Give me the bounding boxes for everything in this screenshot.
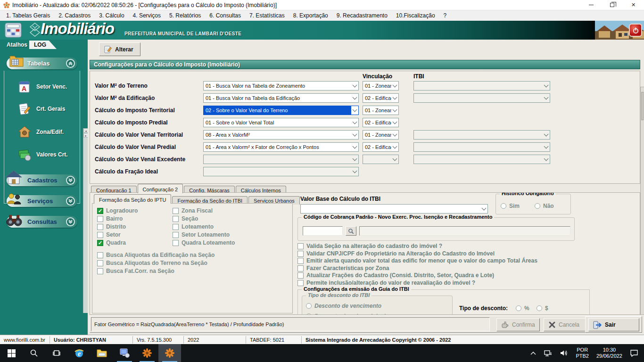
checkbox-setor-loteamento[interactable] bbox=[173, 232, 179, 238]
combo-venal-territorial[interactable]: 08 - Area x ValorM² bbox=[203, 130, 359, 140]
menu-fiscalizacao[interactable]: 10.Fiscalização bbox=[392, 10, 439, 21]
minimize-button[interactable] bbox=[580, 0, 602, 10]
internet-explorer-button[interactable]: e bbox=[68, 344, 91, 362]
checkbox-permite-reavaliacao[interactable] bbox=[297, 280, 304, 286]
combo-imposto-predial[interactable]: 01 - Sobre o Valor Venal Total bbox=[203, 118, 359, 127]
combo-vinculacao-0[interactable]: 01 - Zoneamento bbox=[363, 81, 399, 90]
menu-tabelas-gerais[interactable]: 1. Tabelas Gerais bbox=[2, 10, 54, 21]
start-button[interactable] bbox=[0, 344, 23, 362]
task-view-button[interactable] bbox=[45, 344, 68, 362]
fiorilli-imobiliario-button[interactable] bbox=[158, 344, 181, 362]
checkbox-quadra-loteamento[interactable] bbox=[173, 240, 179, 246]
confirma-button[interactable]: Confirma bbox=[496, 318, 540, 331]
menu-servicos[interactable]: 4. Serviços bbox=[129, 10, 165, 21]
sidebar-item-crt-gerais[interactable]: Crt. Gerais bbox=[4, 99, 80, 118]
close-button[interactable]: ✕ bbox=[623, 0, 644, 10]
radio-desconto-vencimento[interactable] bbox=[306, 303, 312, 309]
checkbox-zona-fiscal[interactable] bbox=[173, 208, 179, 214]
checkbox-distrito[interactable] bbox=[97, 224, 103, 230]
menu-recadastramento[interactable]: 9. Recadastramento bbox=[332, 10, 392, 21]
menu-estatisticas[interactable]: 7. Estatísticas bbox=[245, 10, 289, 21]
tab-configuracao-2[interactable]: Configuração 2 bbox=[138, 184, 183, 193]
menu-cadastros[interactable]: 2. Cadastros bbox=[54, 10, 95, 21]
combo-vinculacao-1[interactable]: 02 - Edificação bbox=[363, 93, 399, 103]
combo-imposto-territorial[interactable]: 02 - Sobre o Valor Venal do Terreno bbox=[203, 106, 359, 115]
sidebar-item-zona-edif[interactable]: Zona/Edif. bbox=[4, 123, 80, 141]
checkbox-bairro[interactable] bbox=[97, 216, 103, 222]
combo-itbi-5[interactable] bbox=[413, 142, 550, 152]
language-indicator[interactable]: PORPTB2 bbox=[573, 344, 592, 362]
notification-center-icon[interactable] bbox=[627, 344, 641, 362]
fiorilli-app-button[interactable] bbox=[136, 344, 158, 362]
radio-desconto-valor-original[interactable] bbox=[306, 313, 312, 315]
checkbox-valida-secao[interactable] bbox=[297, 243, 304, 249]
restore-button[interactable] bbox=[602, 0, 623, 10]
combo-vinculacao-4[interactable]: 01 - Zoneamento bbox=[363, 130, 399, 140]
menu-relatorios[interactable]: 5. Relatórios bbox=[165, 10, 205, 21]
menu-help[interactable]: ? bbox=[439, 10, 451, 21]
sidebar-item-setor-venc[interactable]: A Setor Venc. bbox=[4, 77, 80, 96]
tab-formacao-secao-iptu[interactable]: Formação da Seção do IPTU bbox=[94, 194, 171, 204]
combo-vinculacao-2[interactable]: 01 - Zoneamento bbox=[363, 106, 399, 115]
combo-venal-predial[interactable]: 01 - Area x Valorm² x Fator de Correção … bbox=[203, 142, 359, 152]
window-title: Imobiliário - Atualizado dia: 02/06/2022… bbox=[12, 2, 277, 8]
collapse-chevron-icon[interactable] bbox=[66, 59, 75, 68]
checkbox-quadra[interactable] bbox=[97, 240, 103, 246]
speaker-icon[interactable] bbox=[557, 344, 571, 362]
tray-chevron-up-icon[interactable] bbox=[528, 344, 539, 362]
combo-itbi-4[interactable] bbox=[413, 130, 550, 140]
menu-exportacao[interactable]: 8. Exportação bbox=[289, 10, 332, 21]
checkbox-caracteristicas-zona[interactable] bbox=[297, 265, 304, 272]
checkbox-emitir-alerta[interactable] bbox=[297, 258, 304, 264]
power-button[interactable] bbox=[629, 24, 642, 37]
combo-itbi-0[interactable] bbox=[413, 81, 550, 90]
file-explorer-button[interactable] bbox=[91, 344, 113, 362]
checkbox-logradouro[interactable] bbox=[97, 208, 103, 214]
checkbox-setor[interactable] bbox=[97, 232, 103, 238]
network-icon[interactable] bbox=[541, 344, 555, 362]
combo-valor-m2-terreno[interactable]: 01 - Busca Valor na Tabela de Zoneamento bbox=[203, 81, 359, 90]
combo-valor-base-itbi[interactable] bbox=[300, 204, 488, 214]
combo-itbi-6[interactable] bbox=[413, 155, 550, 164]
radio-historico-sim[interactable] bbox=[501, 203, 506, 209]
taskbar-search-button[interactable] bbox=[23, 344, 45, 362]
sidebar-tab-atalhos[interactable]: Atalhos bbox=[7, 41, 27, 48]
desconto-valor-input[interactable] bbox=[511, 314, 560, 315]
cancela-button[interactable]: Cancela bbox=[544, 318, 587, 331]
system-app-button[interactable] bbox=[113, 344, 136, 362]
checkbox-busca-aliquotas-terreno[interactable] bbox=[97, 260, 103, 266]
expand-chevron-icon[interactable] bbox=[66, 176, 75, 185]
expand-chevron-icon[interactable] bbox=[66, 217, 75, 226]
field-label: Valor M² da Edificação bbox=[95, 95, 155, 101]
combo-itbi-1[interactable] bbox=[413, 93, 550, 103]
checkbox-busca-aliquotas-edificacao[interactable] bbox=[97, 252, 103, 258]
combo-fracao-ideal[interactable] bbox=[203, 167, 359, 176]
content-scrollbar[interactable] bbox=[640, 87, 644, 315]
codigo-cobranca-input[interactable] bbox=[303, 226, 343, 236]
combo-vinculacao-5[interactable]: 02 - Edificação bbox=[363, 142, 399, 152]
chevron-down-icon bbox=[351, 131, 358, 139]
combo-venal-excedente[interactable] bbox=[203, 155, 359, 164]
sidebar-item-valores-crt[interactable]: Valores Crt. bbox=[4, 145, 80, 164]
alterar-button[interactable]: Alterar bbox=[99, 42, 140, 56]
combo-valor-m2-edificacao[interactable]: 01 - Busca Valor na Tabela da Edificação bbox=[203, 93, 359, 103]
combo-vinculacao-3[interactable]: 02 - Edificação bbox=[363, 118, 399, 127]
checkbox-loteamento[interactable] bbox=[173, 224, 179, 230]
radio-desconto-cash[interactable] bbox=[537, 305, 542, 311]
checkbox-atualizar-fracoes[interactable] bbox=[297, 272, 304, 279]
sidebar-scrollbar[interactable]: ◂▸ bbox=[83, 128, 88, 313]
checkbox-busca-fatcorr[interactable] bbox=[97, 268, 103, 274]
menu-calculo[interactable]: 3. Cálculo bbox=[95, 10, 128, 21]
sidebar-tab-log[interactable]: LOG bbox=[29, 41, 57, 49]
search-codigo-button[interactable] bbox=[346, 226, 356, 236]
sair-button[interactable]: Sair bbox=[588, 318, 639, 331]
houses-photo bbox=[595, 21, 644, 40]
checkbox-validar-cnpj-cpf[interactable] bbox=[297, 251, 304, 257]
radio-desconto-percent[interactable] bbox=[516, 305, 521, 311]
radio-historico-nao[interactable] bbox=[535, 203, 540, 209]
combo-vinculacao-6[interactable] bbox=[363, 155, 399, 164]
checkbox-secao[interactable] bbox=[173, 216, 179, 222]
clock[interactable]: 10:3029/06/2022 bbox=[594, 344, 625, 362]
menu-consultas[interactable]: 6. Consultas bbox=[205, 10, 245, 21]
expand-chevron-icon[interactable] bbox=[66, 197, 75, 206]
